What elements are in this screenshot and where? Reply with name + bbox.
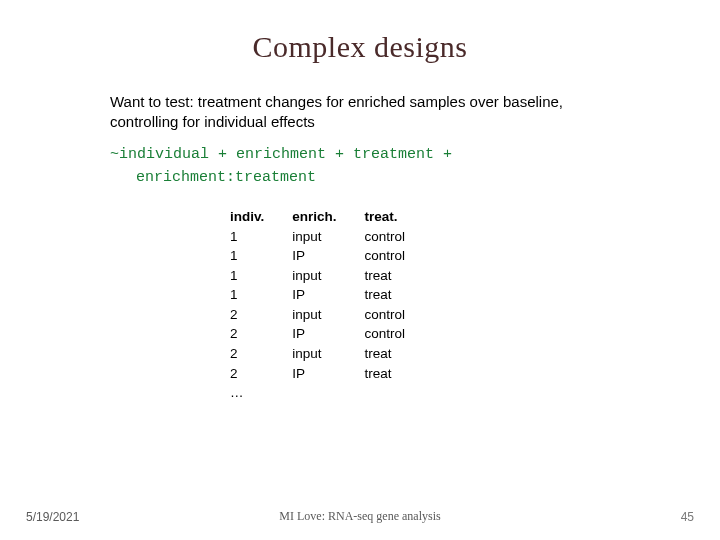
slide-footer: 5/19/2021 MI Love: RNA-seq gene analysis…: [0, 509, 720, 524]
design-table-wrap: indiv. enrich. treat. 1inputcontrol1IPco…: [230, 207, 610, 403]
table-row: 2inputcontrol: [230, 305, 433, 325]
table-cell: IP: [292, 324, 364, 344]
table-row: 1IPtreat: [230, 285, 433, 305]
slide-title: Complex designs: [0, 30, 720, 64]
formula-line-1: ~individual + enrichment + treatment +: [110, 143, 610, 166]
table-row: 1IPcontrol: [230, 246, 433, 266]
table-cell: 2: [230, 324, 292, 344]
table-row: 2IPtreat: [230, 364, 433, 384]
footer-page-number: 45: [681, 510, 694, 524]
design-table: indiv. enrich. treat. 1inputcontrol1IPco…: [230, 207, 433, 403]
table-cell: 1: [230, 246, 292, 266]
table-cell: IP: [292, 364, 364, 384]
table-cell: [365, 383, 434, 403]
table-cell: control: [365, 305, 434, 325]
table-cell: IP: [292, 246, 364, 266]
table-cell: input: [292, 305, 364, 325]
col-header-treat: treat.: [365, 207, 434, 227]
formula-line-2: enrichment:treatment: [110, 166, 610, 189]
table-cell: input: [292, 227, 364, 247]
table-cell: 2: [230, 344, 292, 364]
table-row: 1inputtreat: [230, 266, 433, 286]
table-cell: 2: [230, 364, 292, 384]
table-cell: [292, 383, 364, 403]
table-cell: treat: [365, 364, 434, 384]
table-row: 2IPcontrol: [230, 324, 433, 344]
table-cell: input: [292, 266, 364, 286]
table-cell: treat: [365, 285, 434, 305]
footer-date: 5/19/2021: [26, 510, 79, 524]
table-row: 2inputtreat: [230, 344, 433, 364]
table-cell: IP: [292, 285, 364, 305]
table-cell: 1: [230, 266, 292, 286]
table-row: …: [230, 383, 433, 403]
table-cell: 1: [230, 227, 292, 247]
design-formula: ~individual + enrichment + treatment + e…: [110, 143, 610, 190]
table-cell: control: [365, 324, 434, 344]
footer-attribution: MI Love: RNA-seq gene analysis: [0, 509, 720, 524]
table-cell: control: [365, 246, 434, 266]
col-header-indiv: indiv.: [230, 207, 292, 227]
col-header-enrich: enrich.: [292, 207, 364, 227]
table-cell: 1: [230, 285, 292, 305]
table-row: 1inputcontrol: [230, 227, 433, 247]
table-header-row: indiv. enrich. treat.: [230, 207, 433, 227]
description-text: Want to test: treatment changes for enri…: [110, 92, 610, 133]
table-cell: treat: [365, 266, 434, 286]
table-cell: treat: [365, 344, 434, 364]
slide-body: Want to test: treatment changes for enri…: [110, 92, 610, 403]
table-cell: …: [230, 383, 292, 403]
table-body: 1inputcontrol1IPcontrol1inputtreat1IPtre…: [230, 227, 433, 403]
table-cell: control: [365, 227, 434, 247]
table-cell: 2: [230, 305, 292, 325]
table-cell: input: [292, 344, 364, 364]
